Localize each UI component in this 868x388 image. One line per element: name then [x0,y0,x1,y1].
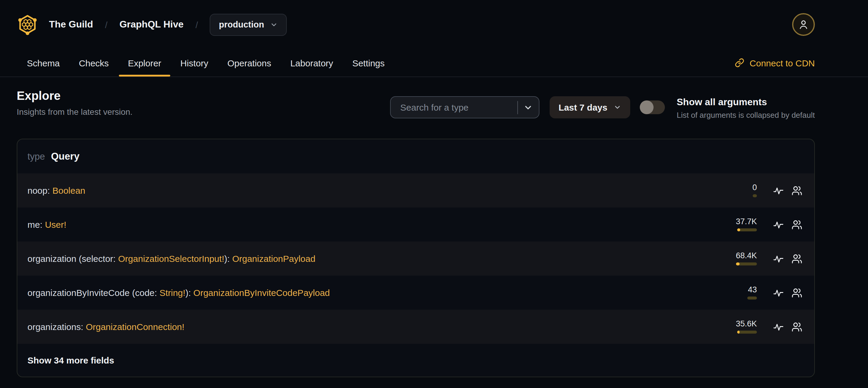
activity-icon[interactable] [773,253,784,264]
tab-bar: SchemaChecksExplorerHistoryOperationsLab… [0,49,868,77]
type-kind-label: type [28,151,45,162]
type-link[interactable]: String! [159,288,185,298]
users-icon[interactable] [792,253,802,264]
breadcrumb-separator: / [196,20,198,30]
activity-icon[interactable] [773,321,784,332]
field-name-text: organization (selector: [28,253,118,264]
type-link[interactable]: Boolean [52,185,85,196]
users-icon[interactable] [792,287,802,298]
field-signature: organizationByInviteCode (code: String!)… [28,288,330,298]
show-all-arguments-toggle[interactable] [640,100,665,114]
users-icon[interactable] [792,219,802,230]
activity-icon[interactable] [773,185,784,196]
type-name[interactable]: Query [51,151,80,162]
activity-icon[interactable] [773,287,784,298]
field-signature: organizations: OrganizationConnection! [28,322,184,332]
activity-icon[interactable] [773,219,784,230]
target-selector-label: production [219,20,264,29]
link-icon [735,58,744,67]
usage-bar [737,229,757,232]
request-metric: 43 [747,286,757,300]
usage-bar-fill [737,331,740,334]
toolbar: Last 7 days Show all arguments List of a… [390,96,815,120]
tab-explorer[interactable]: Explorer [119,49,170,77]
field-signature: organization (selector: OrganizationSele… [28,253,315,264]
type-link[interactable]: User! [45,219,66,230]
title-block: Explore Insights from the latest version… [17,88,133,117]
target-selector[interactable]: production [210,13,287,36]
honeycomb-logo-icon [17,13,38,36]
type-link[interactable]: OrganizationPayload [232,253,315,264]
page-title: Explore [17,88,133,103]
usage-bar-fill [736,263,740,266]
show-more-fields-button[interactable]: Show 34 more fields [17,344,814,377]
tab-laboratory[interactable]: Laboratory [281,49,342,77]
tabs: SchemaChecksExplorerHistoryOperationsLab… [18,49,394,77]
connect-to-cdn-link[interactable]: Connect to CDN [735,49,815,77]
table-row: organizationByInviteCode (code: String!)… [17,276,814,310]
request-metric: 35.6K [736,320,757,334]
table-row: organization (selector: OrganizationSele… [17,241,814,276]
table-row: organizations: OrganizationConnection! 3… [17,310,814,344]
request-count: 35.6K [736,320,757,329]
row-actions: 35.6K [736,320,802,334]
usage-bar [737,331,757,334]
field-name-text: organizations: [28,322,86,332]
chevron-down-icon[interactable] [523,102,533,112]
breadcrumb-project[interactable]: GraphQL Hive [120,19,184,30]
hive-logo[interactable] [17,13,38,36]
usage-bar [747,297,757,300]
chevron-down-icon [270,21,278,28]
toggle-labels: Show all arguments List of arguments is … [677,96,815,120]
tab-schema[interactable]: Schema [18,49,69,77]
date-range-label: Last 7 days [559,102,607,112]
field-list: noop: Boolean 0 me: User! [17,173,814,344]
type-card: type Query noop: Boolean 0 [17,139,815,377]
type-search-combobox[interactable] [390,96,539,118]
field-name-text: me: [28,219,45,230]
row-actions: 43 [747,286,802,300]
type-link[interactable]: OrganizationByInviteCodePayload [193,288,330,298]
field-name-text: noop: [28,185,52,196]
type-link[interactable]: OrganizationSelectorInput! [118,253,224,264]
search-input[interactable] [399,101,515,113]
row-actions: 68.4K [736,251,802,266]
user-avatar[interactable] [792,13,815,36]
date-range-selector[interactable]: Last 7 days [550,96,630,118]
field-signature: me: User! [28,219,66,230]
combobox-divider [517,101,518,114]
page-header: Explore Insights from the latest version… [0,88,868,120]
usage-bar [736,263,757,266]
request-metric: 68.4K [736,251,757,266]
usage-bar [753,195,757,198]
field-name-text: ): [224,253,232,264]
request-count: 0 [752,183,757,192]
breadcrumb-org[interactable]: The Guild [49,19,93,30]
tab-operations[interactable]: Operations [218,49,280,77]
usage-bar-fill [737,229,740,232]
toggle-knob [640,100,654,114]
users-icon[interactable] [792,321,802,332]
users-icon[interactable] [792,185,802,196]
app-window: The Guild / GraphQL Hive / production Sc… [0,0,868,388]
top-bar: The Guild / GraphQL Hive / production [0,0,868,49]
field-signature: noop: Boolean [28,185,86,196]
breadcrumb-separator: / [105,20,107,30]
user-icon [798,19,809,30]
chevron-down-icon [614,103,621,111]
tab-settings[interactable]: Settings [343,49,393,77]
row-actions: 37.7K [736,217,802,232]
table-row: me: User! 37.7K [17,207,814,241]
type-card-header: type Query [17,139,814,173]
request-count: 43 [748,286,757,294]
type-link[interactable]: OrganizationConnection! [86,322,184,332]
field-name-text: ): [185,288,193,298]
tab-checks[interactable]: Checks [70,49,118,77]
page-subtitle: Insights from the latest version. [17,107,133,117]
row-actions: 0 [752,183,802,198]
tab-history[interactable]: History [172,49,217,77]
toggle-note: List of arguments is collapsed by defaul… [677,111,815,120]
request-count: 37.7K [736,217,757,226]
table-row: noop: Boolean 0 [17,173,814,207]
request-metric: 0 [752,183,757,198]
